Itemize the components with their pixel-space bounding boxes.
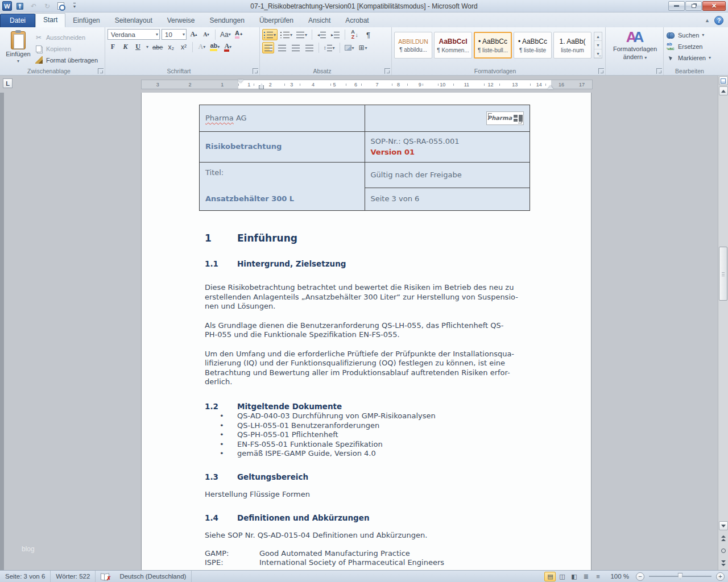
numbered-list-button[interactable]: ▾: [279, 29, 293, 40]
justify-button[interactable]: [303, 42, 315, 53]
redo-button[interactable]: ↻: [42, 1, 53, 11]
left-indent-marker[interactable]: [259, 85, 264, 89]
grow-font-button[interactable]: A▴: [188, 29, 199, 40]
web-layout-view-button[interactable]: ◧: [568, 572, 580, 581]
zoom-slider-thumb[interactable]: [678, 573, 683, 579]
multilevel-list-button[interactable]: ▾: [295, 29, 308, 40]
dialog-launcher-change-styles[interactable]: [656, 68, 662, 74]
style-liste-liste[interactable]: • AaBbCc ¶ liste-liste: [514, 32, 552, 59]
help-button[interactable]: ?: [714, 16, 723, 25]
collapse-ribbon-icon[interactable]: ▲: [705, 18, 710, 23]
language-indicator[interactable]: Deutsch (Deutschland): [114, 571, 192, 582]
show-paragraph-marks-button[interactable]: ¶: [362, 29, 374, 40]
draft-view-button[interactable]: ≡: [592, 572, 603, 581]
cut-button[interactable]: ✂ Ausschneiden: [34, 32, 98, 42]
line-spacing-button[interactable]: ↕▾: [322, 42, 336, 53]
gallery-more-icon[interactable]: ▼̲: [594, 49, 602, 58]
word-count[interactable]: Wörter: 522: [51, 571, 96, 582]
print-layout-view-button[interactable]: ▤: [544, 572, 556, 581]
dialog-launcher-styles[interactable]: [598, 68, 604, 74]
tab-start[interactable]: Start: [35, 13, 65, 27]
increase-indent-button[interactable]: ▸: [329, 29, 341, 40]
scroll-up-button[interactable]: [719, 86, 728, 95]
style-kommentar[interactable]: AaBbCcI ¶ Kommen...: [434, 32, 472, 59]
format-painter-button[interactable]: Format übertragen: [34, 55, 98, 65]
tab-verweise[interactable]: Verweise: [160, 14, 202, 27]
align-center-button[interactable]: [276, 42, 288, 53]
font-name-combo[interactable]: Verdana ▾: [107, 29, 160, 40]
style-liste-bullet[interactable]: • AaBbCc ¶ liste-bull...: [474, 32, 512, 59]
font-color-button[interactable]: A▾: [222, 41, 233, 52]
superscript-button[interactable]: x²: [178, 41, 189, 52]
scrollbar-track[interactable]: [718, 96, 728, 521]
style-abbildung[interactable]: ABBILDUN ¶ abbildu...: [394, 32, 432, 59]
gallery-down-icon[interactable]: ▼: [594, 41, 602, 49]
align-left-button[interactable]: [262, 42, 274, 53]
italic-button[interactable]: K: [120, 41, 131, 52]
document-body[interactable]: 1Einführung 1.1Hintergrund, Zielsetzung …: [205, 234, 532, 568]
align-right-button[interactable]: [289, 42, 301, 53]
scroll-down-button[interactable]: [719, 521, 728, 530]
fullscreen-reading-view-button[interactable]: ◫: [556, 572, 568, 581]
tab-acrobat[interactable]: Acrobat: [338, 14, 376, 27]
bold-button[interactable]: F: [107, 41, 118, 52]
save-button[interactable]: [14, 1, 26, 11]
customize-qat-button[interactable]: ▾: [69, 1, 80, 11]
decrease-indent-button[interactable]: ◂: [316, 29, 328, 40]
zoom-level[interactable]: 100 %: [610, 573, 629, 580]
zoom-out-button[interactable]: −: [636, 572, 644, 581]
tab-seitenlayout[interactable]: Seitenlayout: [107, 14, 160, 27]
restore-button[interactable]: [685, 1, 702, 11]
tab-ueberpruefen[interactable]: Überprüfen: [252, 14, 301, 27]
text-effects-button[interactable]: A▾: [196, 41, 207, 52]
word-app-icon[interactable]: W: [2, 1, 12, 11]
print-preview-button[interactable]: [55, 1, 67, 11]
shrink-font-button[interactable]: A▾: [201, 29, 212, 40]
next-page-button[interactable]: [719, 558, 728, 569]
font-size-combo[interactable]: 10 ▾: [162, 29, 187, 40]
undo-button[interactable]: ↶: [28, 1, 39, 11]
proofing-status[interactable]: ✗: [96, 571, 114, 582]
tab-einfuegen[interactable]: Einfügen: [65, 14, 107, 27]
tab-stop-selector[interactable]: L: [3, 78, 13, 88]
replace-button[interactable]: ab⤷ac Ersetzen: [666, 41, 721, 51]
document-page[interactable]: Pharma AG Pharma Risikobetrachtung SOP-N…: [141, 93, 592, 570]
page-indicator[interactable]: Seite: 3 von 6: [0, 571, 51, 582]
borders-button[interactable]: ⊞▾: [357, 42, 369, 53]
tab-sendungen[interactable]: Sendungen: [202, 14, 251, 27]
tab-datei[interactable]: Datei: [0, 14, 35, 27]
close-button[interactable]: ✕: [702, 1, 726, 11]
tab-ansicht[interactable]: Ansicht: [301, 14, 338, 27]
change-case-button[interactable]: Aa▾: [219, 29, 232, 40]
gallery-up-icon[interactable]: ▲: [594, 32, 602, 41]
copy-button[interactable]: Kopieren: [34, 44, 98, 53]
clear-formatting-button[interactable]: A✦: [234, 29, 245, 40]
select-button[interactable]: Markieren▾: [666, 53, 721, 63]
highlight-button[interactable]: ab▾: [209, 41, 221, 52]
style-liste-num[interactable]: 1. AaBb( liste-num: [553, 32, 592, 59]
select-browse-object-button[interactable]: [719, 545, 728, 556]
dialog-launcher-font[interactable]: [253, 68, 258, 74]
dialog-launcher-clipboard[interactable]: [98, 68, 104, 74]
bullet-list-button[interactable]: ▾: [262, 29, 278, 40]
scrollbar-thumb[interactable]: [719, 247, 727, 301]
first-line-indent-marker[interactable]: [238, 80, 243, 83]
sort-button[interactable]: AZ↓: [349, 29, 361, 40]
zoom-in-button[interactable]: +: [716, 572, 725, 581]
find-button[interactable]: Suchen▾: [666, 30, 721, 40]
dialog-launcher-paragraph[interactable]: [384, 68, 390, 74]
previous-page-button[interactable]: [719, 533, 728, 544]
underline-button[interactable]: U: [133, 41, 143, 52]
paste-button[interactable]: Einfügen ▾: [2, 29, 34, 66]
change-styles-button[interactable]: AA Formatvorlagen ändern ▾: [606, 27, 664, 75]
minimize-button[interactable]: [668, 1, 685, 11]
horizontal-ruler[interactable]: 321 1234567891011121314 1617: [141, 80, 593, 89]
shading-button[interactable]: ▾: [344, 42, 355, 53]
strikethrough-button[interactable]: abe: [151, 41, 164, 52]
outline-view-button[interactable]: ≣: [580, 572, 592, 581]
zoom-slider-track[interactable]: [649, 576, 712, 577]
chevron-down-icon[interactable]: ▾: [145, 41, 150, 52]
ruler-toggle-button[interactable]: [719, 76, 728, 85]
right-indent-marker[interactable]: [548, 85, 553, 89]
subscript-button[interactable]: x₂: [166, 41, 176, 52]
